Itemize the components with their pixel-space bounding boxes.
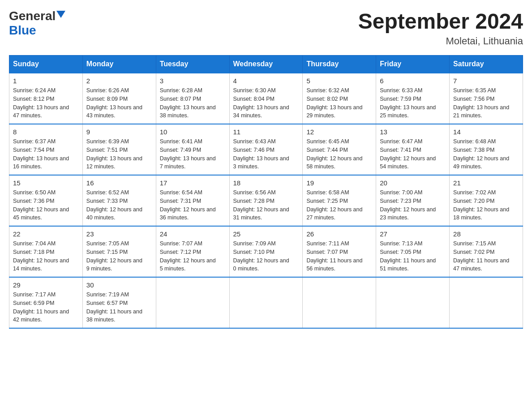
calendar-cell — [376, 277, 450, 328]
calendar-cell — [303, 277, 376, 328]
calendar-cell: 1 Sunrise: 6:24 AM Sunset: 8:12 PM Dayli… — [9, 73, 83, 124]
day-info: Sunrise: 7:00 AM Sunset: 7:23 PM Dayligh… — [380, 188, 446, 222]
day-info: Sunrise: 6:37 AM Sunset: 7:54 PM Dayligh… — [13, 137, 79, 171]
day-number: 5 — [306, 77, 372, 85]
day-number: 3 — [160, 77, 226, 85]
calendar-cell: 24 Sunrise: 7:07 AM Sunset: 7:12 PM Dayl… — [156, 226, 229, 277]
logo-blue-text: Blue — [9, 23, 36, 38]
day-number: 25 — [233, 230, 299, 238]
calendar-header-row: Sunday Monday Tuesday Wednesday Thursday… — [9, 56, 523, 73]
day-info: Sunrise: 7:07 AM Sunset: 7:12 PM Dayligh… — [160, 240, 226, 273]
day-number: 22 — [13, 230, 79, 238]
day-number: 20 — [380, 179, 446, 187]
week-row-5: 29 Sunrise: 7:17 AM Sunset: 6:59 PM Dayl… — [9, 277, 523, 328]
logo-general-text: General — [9, 9, 56, 23]
title-block: September 2024 Moletai, Lithuania — [358, 9, 523, 47]
day-number: 12 — [306, 128, 372, 136]
day-info: Sunrise: 6:48 AM Sunset: 7:38 PM Dayligh… — [453, 137, 519, 171]
day-info: Sunrise: 6:58 AM Sunset: 7:25 PM Dayligh… — [306, 188, 372, 222]
day-info: Sunrise: 6:45 AM Sunset: 7:44 PM Dayligh… — [306, 137, 372, 171]
day-number: 14 — [453, 128, 519, 136]
calendar-cell: 30 Sunrise: 7:19 AM Sunset: 6:57 PM Dayl… — [82, 277, 156, 328]
calendar-cell: 6 Sunrise: 6:33 AM Sunset: 7:59 PM Dayli… — [376, 73, 450, 124]
header-monday: Monday — [82, 56, 156, 73]
day-info: Sunrise: 6:35 AM Sunset: 7:56 PM Dayligh… — [453, 86, 519, 120]
calendar-cell — [156, 277, 229, 328]
day-info: Sunrise: 6:43 AM Sunset: 7:46 PM Dayligh… — [233, 137, 299, 171]
day-number: 19 — [306, 179, 372, 187]
day-number: 1 — [13, 77, 79, 85]
calendar-cell: 10 Sunrise: 6:41 AM Sunset: 7:49 PM Dayl… — [156, 124, 229, 175]
calendar-cell: 14 Sunrise: 6:48 AM Sunset: 7:38 PM Dayl… — [450, 124, 523, 175]
day-number: 27 — [380, 230, 446, 238]
location: Moletai, Lithuania — [358, 35, 523, 47]
calendar-cell: 25 Sunrise: 7:09 AM Sunset: 7:10 PM Dayl… — [229, 226, 303, 277]
calendar-cell: 7 Sunrise: 6:35 AM Sunset: 7:56 PM Dayli… — [450, 73, 523, 124]
calendar-cell: 3 Sunrise: 6:28 AM Sunset: 8:07 PM Dayli… — [156, 73, 229, 124]
day-info: Sunrise: 7:19 AM Sunset: 6:57 PM Dayligh… — [86, 291, 152, 324]
day-info: Sunrise: 6:32 AM Sunset: 8:02 PM Dayligh… — [306, 86, 372, 120]
day-info: Sunrise: 6:39 AM Sunset: 7:51 PM Dayligh… — [86, 137, 152, 171]
calendar-cell: 15 Sunrise: 6:50 AM Sunset: 7:36 PM Dayl… — [9, 175, 83, 226]
calendar-cell: 20 Sunrise: 7:00 AM Sunset: 7:23 PM Dayl… — [376, 175, 450, 226]
day-number: 6 — [380, 77, 446, 85]
day-number: 16 — [86, 179, 152, 187]
calendar-cell: 19 Sunrise: 6:58 AM Sunset: 7:25 PM Dayl… — [303, 175, 376, 226]
day-number: 2 — [86, 77, 152, 85]
day-number: 17 — [160, 179, 226, 187]
page-header: General Blue September 2024 Moletai, Lit… — [9, 9, 523, 47]
week-row-1: 1 Sunrise: 6:24 AM Sunset: 8:12 PM Dayli… — [9, 73, 523, 124]
header-tuesday: Tuesday — [156, 56, 229, 73]
calendar-cell: 16 Sunrise: 6:52 AM Sunset: 7:33 PM Dayl… — [82, 175, 156, 226]
calendar-cell: 2 Sunrise: 6:26 AM Sunset: 8:09 PM Dayli… — [82, 73, 156, 124]
day-info: Sunrise: 6:28 AM Sunset: 8:07 PM Dayligh… — [160, 86, 226, 120]
day-info: Sunrise: 6:52 AM Sunset: 7:33 PM Dayligh… — [86, 188, 152, 222]
day-info: Sunrise: 6:54 AM Sunset: 7:31 PM Dayligh… — [160, 188, 226, 222]
calendar-cell — [450, 277, 523, 328]
calendar-cell: 29 Sunrise: 7:17 AM Sunset: 6:59 PM Dayl… — [9, 277, 83, 328]
day-number: 24 — [160, 230, 226, 238]
calendar-cell: 12 Sunrise: 6:45 AM Sunset: 7:44 PM Dayl… — [303, 124, 376, 175]
day-info: Sunrise: 6:50 AM Sunset: 7:36 PM Dayligh… — [13, 188, 79, 222]
calendar-cell: 17 Sunrise: 6:54 AM Sunset: 7:31 PM Dayl… — [156, 175, 229, 226]
calendar-cell: 27 Sunrise: 7:13 AM Sunset: 7:05 PM Dayl… — [376, 226, 450, 277]
day-number: 30 — [86, 281, 152, 289]
day-number: 11 — [233, 128, 299, 136]
week-row-2: 8 Sunrise: 6:37 AM Sunset: 7:54 PM Dayli… — [9, 124, 523, 175]
day-info: Sunrise: 6:47 AM Sunset: 7:41 PM Dayligh… — [380, 137, 446, 171]
day-info: Sunrise: 7:05 AM Sunset: 7:15 PM Dayligh… — [86, 240, 152, 273]
day-info: Sunrise: 6:30 AM Sunset: 8:04 PM Dayligh… — [233, 86, 299, 120]
day-number: 8 — [13, 128, 79, 136]
logo-triangle-icon — [56, 11, 65, 18]
day-info: Sunrise: 7:13 AM Sunset: 7:05 PM Dayligh… — [380, 240, 446, 273]
day-number: 26 — [306, 230, 372, 238]
day-number: 4 — [233, 77, 299, 85]
day-number: 9 — [86, 128, 152, 136]
calendar-cell: 23 Sunrise: 7:05 AM Sunset: 7:15 PM Dayl… — [82, 226, 156, 277]
day-info: Sunrise: 7:15 AM Sunset: 7:02 PM Dayligh… — [453, 240, 519, 273]
day-info: Sunrise: 7:17 AM Sunset: 6:59 PM Dayligh… — [13, 291, 79, 324]
header-wednesday: Wednesday — [229, 56, 303, 73]
day-info: Sunrise: 6:26 AM Sunset: 8:09 PM Dayligh… — [86, 86, 152, 120]
calendar-cell: 18 Sunrise: 6:56 AM Sunset: 7:28 PM Dayl… — [229, 175, 303, 226]
day-number: 28 — [453, 230, 519, 238]
day-number: 10 — [160, 128, 226, 136]
day-number: 18 — [233, 179, 299, 187]
day-info: Sunrise: 6:41 AM Sunset: 7:49 PM Dayligh… — [160, 137, 226, 171]
calendar-cell — [229, 277, 303, 328]
day-info: Sunrise: 6:33 AM Sunset: 7:59 PM Dayligh… — [380, 86, 446, 120]
logo: General Blue — [9, 9, 65, 38]
week-row-3: 15 Sunrise: 6:50 AM Sunset: 7:36 PM Dayl… — [9, 175, 523, 226]
day-number: 7 — [453, 77, 519, 85]
calendar-cell: 13 Sunrise: 6:47 AM Sunset: 7:41 PM Dayl… — [376, 124, 450, 175]
header-thursday: Thursday — [303, 56, 376, 73]
calendar-cell: 5 Sunrise: 6:32 AM Sunset: 8:02 PM Dayli… — [303, 73, 376, 124]
calendar-cell: 21 Sunrise: 7:02 AM Sunset: 7:20 PM Dayl… — [450, 175, 523, 226]
calendar-cell: 9 Sunrise: 6:39 AM Sunset: 7:51 PM Dayli… — [82, 124, 156, 175]
day-info: Sunrise: 6:24 AM Sunset: 8:12 PM Dayligh… — [13, 86, 79, 120]
calendar-cell: 22 Sunrise: 7:04 AM Sunset: 7:18 PM Dayl… — [9, 226, 83, 277]
day-info: Sunrise: 7:11 AM Sunset: 7:07 PM Dayligh… — [306, 240, 372, 273]
day-info: Sunrise: 7:04 AM Sunset: 7:18 PM Dayligh… — [13, 240, 79, 273]
calendar-cell: 8 Sunrise: 6:37 AM Sunset: 7:54 PM Dayli… — [9, 124, 83, 175]
day-number: 23 — [86, 230, 152, 238]
